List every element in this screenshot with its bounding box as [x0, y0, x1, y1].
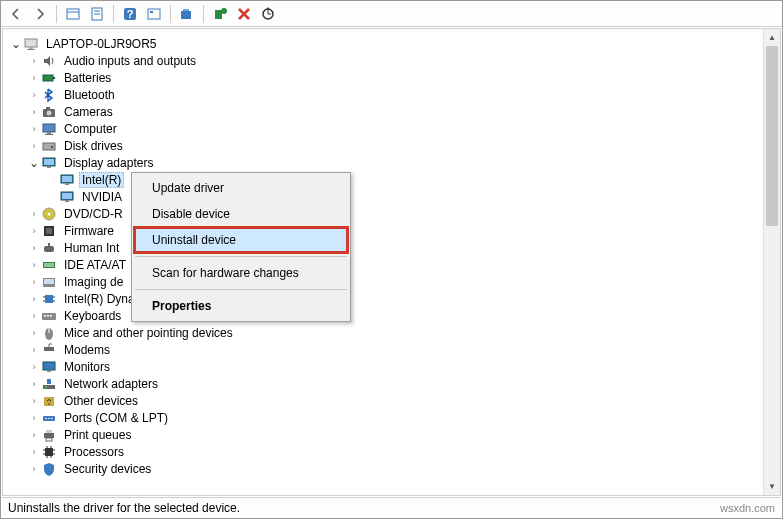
collapse-icon[interactable]: ⌄ — [9, 37, 23, 51]
watermark: wsxdn.com — [720, 502, 775, 514]
properties-button[interactable] — [86, 3, 108, 25]
vertical-scrollbar[interactable]: ▲ ▼ — [763, 29, 780, 495]
svg-rect-9 — [181, 11, 191, 19]
category-node[interactable]: ›Other devices — [5, 392, 761, 409]
node-label: Network adapters — [61, 376, 161, 392]
remove-button[interactable] — [233, 3, 255, 25]
expand-icon[interactable]: › — [27, 260, 41, 270]
category-node[interactable]: ›Batteries — [5, 69, 761, 86]
category-node[interactable]: ›Modems — [5, 341, 761, 358]
node-label: Display adapters — [61, 155, 156, 171]
collapse-icon[interactable]: ⌄ — [27, 156, 41, 170]
svg-point-65 — [48, 403, 50, 405]
svg-rect-54 — [47, 315, 49, 317]
expand-icon[interactable]: › — [27, 226, 41, 236]
toolbar: ? — [1, 1, 782, 27]
device-icon — [23, 36, 39, 52]
category-node[interactable]: ⌄Display adapters — [5, 154, 761, 171]
device-icon — [41, 427, 57, 443]
category-node[interactable]: ›Audio inputs and outputs — [5, 52, 761, 69]
svg-rect-47 — [45, 295, 53, 303]
expand-icon[interactable]: › — [27, 277, 41, 287]
category-node[interactable]: ›Network adapters — [5, 375, 761, 392]
expand-icon[interactable]: › — [27, 413, 41, 423]
add-legacy-button[interactable] — [209, 3, 231, 25]
expand-icon[interactable]: › — [27, 430, 41, 440]
node-label: Modems — [61, 342, 113, 358]
category-node[interactable]: ›IDE ATA/AT — [5, 256, 761, 273]
events-button[interactable] — [143, 3, 165, 25]
category-node[interactable]: ›Monitors — [5, 358, 761, 375]
update-button[interactable] — [257, 3, 279, 25]
scroll-thumb[interactable] — [766, 46, 778, 226]
menu-scan-hardware[interactable]: Scan for hardware changes — [134, 260, 348, 286]
category-node[interactable]: ›Print queues — [5, 426, 761, 443]
menu-properties[interactable]: Properties — [134, 293, 348, 319]
menu-update-driver[interactable]: Update driver — [134, 175, 348, 201]
expand-icon[interactable]: › — [27, 447, 41, 457]
category-node[interactable]: ›Ports (COM & LPT) — [5, 409, 761, 426]
svg-point-69 — [51, 417, 53, 419]
scroll-down-icon[interactable]: ▼ — [764, 478, 780, 495]
expand-icon[interactable]: › — [27, 379, 41, 389]
expand-icon[interactable]: › — [27, 124, 41, 134]
scan-button[interactable] — [176, 3, 198, 25]
forward-button[interactable] — [29, 3, 51, 25]
category-node[interactable]: ›Computer — [5, 120, 761, 137]
expand-icon[interactable]: › — [27, 328, 41, 338]
tree-scroll: ⌄LAPTOP-0LJR9OR5›Audio inputs and output… — [3, 29, 763, 495]
expand-icon[interactable]: › — [27, 107, 41, 117]
category-node[interactable]: ›Mice and other pointing devices — [5, 324, 761, 341]
back-button[interactable] — [5, 3, 27, 25]
device-icon — [41, 274, 57, 290]
expand-icon[interactable]: › — [27, 362, 41, 372]
expand-icon[interactable]: › — [27, 396, 41, 406]
root-node[interactable]: ⌄LAPTOP-0LJR9OR5 — [5, 35, 761, 52]
separator — [113, 5, 114, 23]
expand-icon[interactable]: › — [27, 209, 41, 219]
category-node[interactable]: ›Intel(R) Dynamic Platform and Thermal F… — [5, 290, 761, 307]
svg-point-67 — [45, 417, 47, 419]
menu-disable-device[interactable]: Disable device — [134, 201, 348, 227]
category-node[interactable]: ›DVD/CD-R — [5, 205, 761, 222]
category-node[interactable]: ›Imaging de — [5, 273, 761, 290]
device-icon — [41, 240, 57, 256]
expand-icon[interactable]: › — [27, 294, 41, 304]
category-node[interactable]: ›Human Int — [5, 239, 761, 256]
scroll-track[interactable] — [764, 46, 780, 478]
device-icon — [41, 223, 57, 239]
node-label: Computer — [61, 121, 120, 137]
category-node[interactable]: ›Cameras — [5, 103, 761, 120]
category-node[interactable]: ›Bluetooth — [5, 86, 761, 103]
menu-uninstall-device[interactable]: Uninstall device — [134, 227, 348, 253]
svg-point-12 — [221, 8, 227, 14]
expand-icon[interactable]: › — [27, 464, 41, 474]
svg-rect-35 — [65, 200, 69, 202]
device-icon — [41, 376, 57, 392]
category-node[interactable]: ›Keyboards — [5, 307, 761, 324]
node-label: Other devices — [61, 393, 141, 409]
scroll-up-icon[interactable]: ▲ — [764, 29, 780, 46]
help-button[interactable]: ? — [119, 3, 141, 25]
expand-icon[interactable]: › — [27, 311, 41, 321]
category-node[interactable]: ›Firmware — [5, 222, 761, 239]
category-node[interactable]: ›Security devices — [5, 460, 761, 477]
device-icon — [41, 461, 57, 477]
device-icon — [59, 172, 75, 188]
expand-icon[interactable]: › — [27, 90, 41, 100]
category-node[interactable]: ›Processors — [5, 443, 761, 460]
expand-icon[interactable]: › — [27, 56, 41, 66]
expand-icon[interactable]: › — [27, 243, 41, 253]
svg-text:?: ? — [127, 8, 134, 20]
device-icon — [41, 206, 57, 222]
expand-icon[interactable]: › — [27, 73, 41, 83]
expand-icon[interactable]: › — [27, 141, 41, 151]
device-node[interactable]: Intel(R) — [5, 171, 761, 188]
node-label: Human Int — [61, 240, 122, 256]
show-hidden-button[interactable] — [62, 3, 84, 25]
svg-rect-16 — [27, 49, 35, 50]
node-label: Print queues — [61, 427, 134, 443]
category-node[interactable]: ›Disk drives — [5, 137, 761, 154]
expand-icon[interactable]: › — [27, 345, 41, 355]
device-node[interactable]: NVIDIA — [5, 188, 761, 205]
